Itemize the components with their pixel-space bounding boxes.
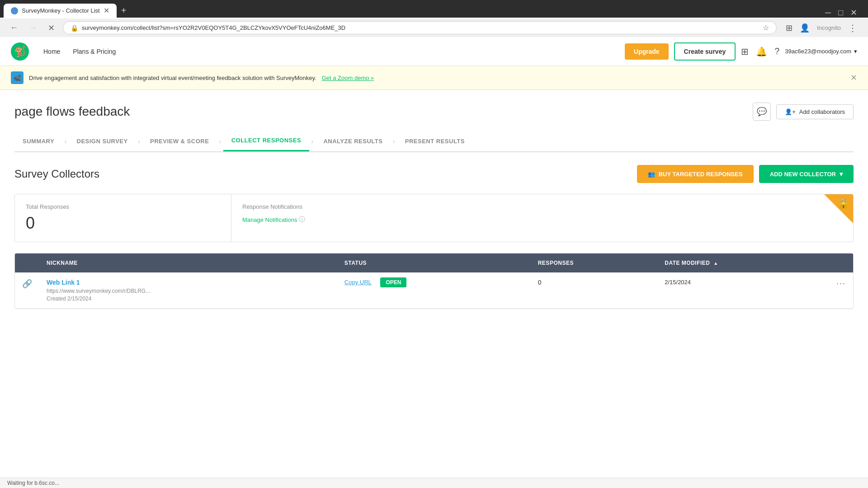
collectors-header: Survey Collectors 👥 BUY TARGETED RESPONS… [14, 165, 854, 183]
responses-count: 0 [538, 279, 542, 286]
status-text: Waiting for b.6sc.co... [7, 480, 861, 486]
add-collaborators-button[interactable]: 👤+ Add collaborators [776, 104, 854, 119]
workflow-step-preview[interactable]: PREVIEW & SCORE [142, 132, 217, 151]
workflow-arrow-1: › [62, 132, 68, 151]
account-icon[interactable]: 👤 [800, 23, 810, 33]
zoom-banner: 📹 Drive engagement and satisfaction with… [0, 66, 868, 90]
maximize-button[interactable]: □ [838, 8, 843, 18]
reload-button[interactable]: ✕ [45, 22, 57, 34]
url-input[interactable] [82, 24, 759, 31]
status-badge: OPEN [380, 277, 406, 287]
minimize-button[interactable]: ─ [825, 8, 831, 18]
banner-close-button[interactable]: ✕ [850, 73, 857, 83]
extensions-icon[interactable]: ⊞ [786, 23, 793, 33]
address-bar: ← → ✕ 🔒 ☆ ⊞ 👤 Incognito ⋮ [0, 18, 868, 37]
banner-text: Drive engagement and satisfaction with i… [29, 75, 316, 81]
user-dropdown-arrow: ▾ [854, 48, 857, 55]
col-nickname-header[interactable]: NICKNAME [39, 253, 337, 272]
lock-icon: 🔒 [837, 198, 849, 210]
collectors-table: NICKNAME STATUS RESPONSES DATE MODIFIED … [14, 253, 854, 309]
col-status-header[interactable]: STATUS [337, 253, 531, 272]
banner-link[interactable]: Get a Zoom demo » [322, 75, 374, 81]
nav-plans[interactable]: Plans & Pricing [73, 48, 116, 55]
help-icon[interactable]: ? [774, 46, 779, 56]
col-responses-header[interactable]: RESPONSES [531, 253, 658, 272]
nav-right: Upgrade Create survey ⊞ 🔔 ? 39ac6e23@moo… [625, 42, 857, 61]
col-date-header[interactable]: DATE MODIFIED ▲ [657, 253, 829, 272]
page-content: page flows feedback 💬 👤+ Add collaborato… [0, 90, 868, 309]
row-actions-cell[interactable]: ··· [829, 272, 853, 309]
col-actions-header [829, 253, 853, 272]
more-options-button[interactable]: ··· [836, 279, 846, 288]
page-header: page flows feedback 💬 👤+ Add collaborato… [14, 103, 854, 121]
col-icon-header [15, 253, 39, 272]
row-nickname-cell: Web Link 1 https://www.surveymonkey.com/… [39, 272, 337, 309]
workflow-step-collect[interactable]: COLLECT RESPONSES [223, 131, 309, 151]
apps-grid-icon[interactable]: ⊞ [741, 46, 749, 57]
notifications-card: Response Notifications Manage Notificati… [231, 194, 854, 242]
menu-button[interactable]: ⋮ [848, 23, 857, 33]
add-new-collector-button[interactable]: ADD NEW COLLECTOR ▾ [759, 165, 854, 183]
comment-icon: 💬 [757, 107, 767, 117]
workflow-step-present[interactable]: PRESENT RESULTS [397, 132, 473, 151]
workflow-arrow-4: › [309, 132, 315, 151]
create-survey-button[interactable]: Create survey [674, 42, 736, 61]
total-responses-value: 0 [26, 214, 220, 233]
tab-favicon [11, 7, 18, 14]
total-responses-label: Total Responses [26, 203, 220, 210]
dropdown-arrow-icon: ▾ [840, 170, 843, 178]
table-header-row: NICKNAME STATUS RESPONSES DATE MODIFIED … [15, 253, 853, 272]
active-browser-tab[interactable]: SurveyMonkey - Collector List ✕ [4, 4, 117, 18]
browser-chrome: SurveyMonkey - Collector List ✕ + ─ □ ✕ … [0, 0, 868, 37]
bookmark-icon[interactable]: ☆ [763, 23, 769, 32]
row-status-cell: Copy URL OPEN [337, 272, 531, 309]
zoom-icon: 📹 [11, 71, 24, 84]
chain-link-icon: 🔗 [22, 279, 32, 288]
workflow-step-summary[interactable]: SUMMARY [14, 132, 62, 151]
sort-ascending-icon: ▲ [713, 261, 718, 266]
nav-links: Home Plans & Pricing [43, 48, 116, 55]
new-tab-button[interactable]: + [117, 4, 131, 18]
manage-notifications-link[interactable]: Manage Notifications ⓘ [242, 216, 842, 224]
collectors-actions: 👥 BUY TARGETED RESPONSES ADD NEW COLLECT… [637, 165, 854, 183]
row-responses-cell: 0 [531, 272, 658, 309]
help-circle-icon: ⓘ [299, 216, 305, 224]
tab-title: SurveyMonkey - Collector List [22, 7, 100, 14]
collector-url: https://www.surveymonkey.com/r/DBLRG... [47, 288, 330, 294]
workflow-arrow-3: › [217, 132, 223, 151]
secure-icon: 🔒 [71, 24, 78, 32]
logo[interactable]: 🐒 [11, 42, 29, 61]
workflow-step-analyze[interactable]: ANALYZE RESULTS [315, 132, 391, 151]
comment-button[interactable]: 💬 [753, 103, 771, 121]
collector-created-date: Created 2/15/2024 [47, 296, 330, 302]
tab-close-button[interactable]: ✕ [104, 6, 109, 15]
notifications-bell-icon[interactable]: 🔔 [756, 46, 767, 57]
audience-icon: 👥 [648, 171, 655, 178]
workflow-arrow-2: › [136, 132, 142, 151]
collectors-section: Survey Collectors 👥 BUY TARGETED RESPONS… [14, 165, 854, 309]
stats-row: Total Responses 0 Response Notifications… [14, 194, 854, 242]
collector-name-link[interactable]: Web Link 1 [47, 279, 330, 286]
back-button[interactable]: ← [7, 22, 21, 33]
nav-home[interactable]: Home [43, 48, 60, 55]
person-add-icon: 👤+ [785, 108, 796, 115]
workflow-arrow-5: › [391, 132, 396, 151]
incognito-label: Incognito [817, 24, 841, 31]
copy-url-button[interactable]: Copy URL [344, 279, 372, 286]
forward-button[interactable]: → [26, 22, 40, 33]
close-window-button[interactable]: ✕ [850, 8, 857, 18]
row-date-cell: 2/15/2024 [657, 272, 829, 309]
table-row: 🔗 Web Link 1 https://www.surveymonkey.co… [15, 272, 853, 309]
page-header-actions: 💬 👤+ Add collaborators [753, 103, 854, 121]
nav-icons: ⊞ 🔔 ? [741, 46, 779, 57]
row-icon-cell: 🔗 [15, 272, 39, 309]
total-responses-card: Total Responses 0 [14, 194, 231, 242]
collectors-title: Survey Collectors [14, 168, 99, 180]
app-container: 🐒 Home Plans & Pricing Upgrade Create su… [0, 37, 868, 309]
buy-targeted-responses-button[interactable]: 👥 BUY TARGETED RESPONSES [637, 165, 754, 183]
user-menu[interactable]: 39ac6e23@moodjoy.com ▾ [785, 48, 857, 55]
date-modified: 2/15/2024 [665, 279, 691, 286]
logo-icon: 🐒 [11, 42, 29, 61]
workflow-step-design[interactable]: DESIGN SURVEY [69, 132, 136, 151]
upgrade-button[interactable]: Upgrade [625, 43, 669, 60]
